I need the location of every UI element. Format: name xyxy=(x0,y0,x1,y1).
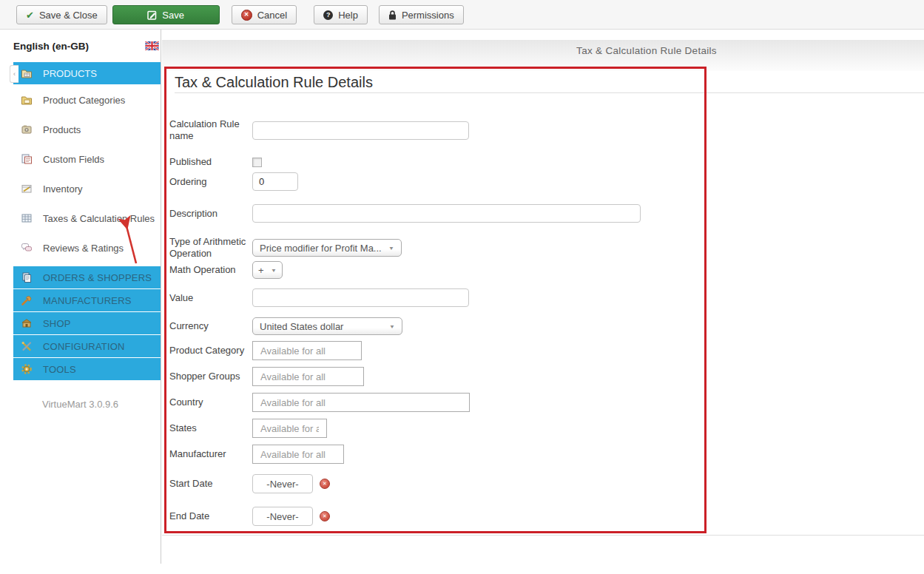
check-icon: ✔ xyxy=(26,10,34,20)
sidebar-item-label: ORDERS & SHOPPERS xyxy=(43,272,152,283)
cancel-label: Cancel xyxy=(257,10,287,21)
published-checkbox[interactable] xyxy=(252,158,262,167)
sidebar-item-label: Inventory xyxy=(43,183,82,195)
states-label: States xyxy=(169,422,252,434)
manufacturer-input[interactable] xyxy=(252,445,344,464)
permissions-button[interactable]: Permissions xyxy=(379,5,464,24)
chevron-down-icon: ▼ xyxy=(383,323,395,329)
sidebar-item-custom-fields[interactable]: Custom Fields xyxy=(13,148,161,170)
tools-icon xyxy=(21,363,33,375)
taxes-icon xyxy=(21,212,33,224)
description-label: Description xyxy=(169,208,252,220)
save-label: Save xyxy=(162,10,184,21)
math-operation-label: Math Operation xyxy=(169,264,252,276)
published-label: Published xyxy=(169,156,252,168)
sidebar: English (en-GB) ‹ PRODUCTS xyxy=(0,30,161,564)
configuration-icon xyxy=(21,340,33,352)
tax-rule-form: Calculation Rule name Published Ordering… xyxy=(162,93,924,526)
sidebar-item-label: Taxes & Calculation Rules xyxy=(43,213,155,224)
form-row: Type of Arithmetic Operation Price modif… xyxy=(169,236,924,260)
sidebar-item-orders-shoppers[interactable]: ORDERS & SHOPPERS xyxy=(13,266,161,288)
clear-end-date-icon[interactable]: ✕ xyxy=(320,511,330,521)
ordering-input[interactable] xyxy=(252,172,298,191)
sidebar-item-manufacturers[interactable]: MANUFACTURERS xyxy=(13,289,161,311)
currency-label: Currency xyxy=(169,320,252,332)
shopper-groups-input[interactable] xyxy=(252,367,364,386)
form-row: Published xyxy=(169,156,924,168)
form-row: States xyxy=(169,419,924,438)
sidebar-item-tools[interactable]: TOOLS xyxy=(13,358,161,380)
collapse-arrow-icon[interactable]: ‹ xyxy=(10,65,18,83)
form-row: End Date -Never- ✕ xyxy=(169,507,924,526)
calculation-rule-name-label: Calculation Rule name xyxy=(169,118,252,142)
virtuemart-admin-screen: ✔ Save & Close Save ✕ Cancel ? Help Perm… xyxy=(0,0,924,574)
shopper-groups-label: Shopper Groups xyxy=(169,371,252,382)
form-row: Math Operation + ▼ xyxy=(169,261,924,279)
sidebar-item-label: Products xyxy=(43,124,81,135)
start-date-label: Start Date xyxy=(169,478,252,490)
arithmetic-operation-value: Price modifier for Profit Ma... xyxy=(260,243,382,254)
form-row: Value xyxy=(169,288,924,307)
math-operation-value: + xyxy=(258,265,264,276)
sidebar-item-label: TOOLS xyxy=(43,364,76,375)
form-row: Shopper Groups xyxy=(169,367,924,386)
save-pencil-icon xyxy=(147,10,157,20)
save-and-close-label: Save & Close xyxy=(39,10,98,21)
sidebar-item-label: PRODUCTS xyxy=(43,68,97,79)
end-date-button[interactable]: -Never- xyxy=(252,507,313,526)
orders-icon xyxy=(21,271,33,283)
start-date-button[interactable]: -Never- xyxy=(252,474,313,493)
calculation-rule-name-input[interactable] xyxy=(252,121,469,140)
sidebar-item-products[interactable]: Products xyxy=(13,118,161,141)
page-title: Tax & Calculation Rule Details xyxy=(576,45,717,56)
sidebar-item-label: Product Categories xyxy=(43,95,125,106)
sidebar-item-reviews-ratings[interactable]: Reviews & Ratings xyxy=(13,237,161,259)
sidebar-item-taxes-calculation-rules[interactable]: Taxes & Calculation Rules xyxy=(13,207,161,229)
chevron-down-icon: ▼ xyxy=(382,245,394,251)
sidebar-item-configuration[interactable]: CONFIGURATION xyxy=(13,335,161,357)
products-folder-icon xyxy=(21,67,33,79)
virtuemart-version-label: VirtueMart 3.0.9.6 xyxy=(0,399,161,410)
arithmetic-operation-select[interactable]: Price modifier for Profit Ma... ▼ xyxy=(252,239,402,257)
country-label: Country xyxy=(169,396,252,408)
cancel-button[interactable]: ✕ Cancel xyxy=(232,5,297,24)
country-input[interactable] xyxy=(252,393,470,412)
value-input[interactable] xyxy=(252,288,469,307)
form-panel: Tax & Calculation Rule Details Calculati… xyxy=(162,71,924,536)
sidebar-item-inventory[interactable]: Inventory xyxy=(13,178,161,200)
sidebar-menu: ‹ PRODUCTS Product Categories Products xyxy=(0,62,161,380)
product-category-input[interactable] xyxy=(252,341,362,360)
states-input[interactable] xyxy=(252,419,327,438)
toolbar: ✔ Save & Close Save ✕ Cancel ? Help Perm… xyxy=(0,0,924,30)
description-input[interactable] xyxy=(252,204,641,223)
form-row: Product Category xyxy=(169,341,924,360)
currency-select[interactable]: United States dollar ▼ xyxy=(252,317,402,335)
sidebar-item-shop[interactable]: SHOP xyxy=(13,312,161,334)
chevron-down-icon: ▼ xyxy=(268,267,277,273)
page-header-bar: Tax & Calculation Rule Details xyxy=(162,40,924,71)
save-button[interactable]: Save xyxy=(112,5,220,24)
math-operation-select[interactable]: + ▼ xyxy=(252,261,283,279)
sidebar-item-label: Reviews & Ratings xyxy=(43,243,124,254)
sidebar-item-label: CONFIGURATION xyxy=(43,341,125,352)
save-and-close-button[interactable]: ✔ Save & Close xyxy=(16,5,107,24)
form-row: Manufacturer xyxy=(169,445,924,464)
help-button[interactable]: ? Help xyxy=(314,5,368,24)
form-row: Start Date -Never- ✕ xyxy=(169,474,924,493)
custom-fields-icon xyxy=(21,153,33,165)
sidebar-item-product-categories[interactable]: Product Categories xyxy=(13,89,161,111)
form-row: Country xyxy=(169,393,924,412)
currency-value: United States dollar xyxy=(260,321,343,332)
sidebar-item-products-section[interactable]: ‹ PRODUCTS xyxy=(13,62,161,84)
sidebar-item-label: Custom Fields xyxy=(43,154,104,165)
language-label: English (en-GB) xyxy=(13,41,89,52)
lock-icon xyxy=(388,10,397,20)
form-row: Description xyxy=(169,204,924,223)
sidebar-item-label: SHOP xyxy=(43,318,71,329)
product-category-label: Product Category xyxy=(169,345,252,357)
inventory-icon xyxy=(21,183,33,195)
permissions-label: Permissions xyxy=(402,10,454,21)
form-row: Ordering xyxy=(169,172,924,191)
arithmetic-operation-label: Type of Arithmetic Operation xyxy=(169,236,252,260)
clear-start-date-icon[interactable]: ✕ xyxy=(320,479,330,489)
